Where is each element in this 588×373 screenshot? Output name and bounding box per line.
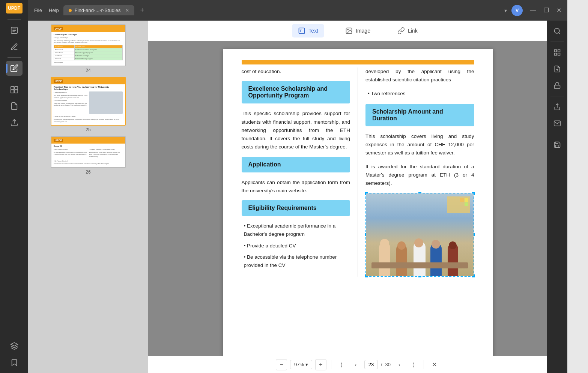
svg-rect-4 — [11, 87, 14, 90]
thumb-header-25: UPDF — [51, 78, 125, 84]
right-extract-icon-btn[interactable] — [549, 61, 565, 76]
doc-two-col: cost of education. Excellence Scholarshi… — [242, 67, 474, 277]
thumb-tip-career: • Work on your Academic Career — [54, 115, 123, 118]
sidebar-item-bookmark[interactable] — [6, 355, 23, 370]
zoom-plus-btn[interactable]: + — [315, 359, 326, 370]
application-heading: Application — [242, 157, 350, 172]
doc-col-left: cost of education. Excellence Scholarshi… — [242, 67, 358, 277]
sidebar-item-edit[interactable] — [6, 61, 23, 76]
zoom-minus-btn[interactable]: − — [276, 359, 287, 370]
nav-prev-btn[interactable]: ‹ — [350, 359, 361, 370]
svg-marker-9 — [11, 343, 17, 346]
svg-point-13 — [347, 29, 349, 30]
active-indicator — [6, 64, 8, 73]
thumb-logo-25: UPDF — [54, 79, 63, 83]
thumbnail-page-24[interactable]: UPDF University of Chicago Chicago Schol… — [32, 24, 144, 73]
thumb-header-24: UPDF — [51, 25, 125, 32]
active-tab[interactable]: Find-and-...-r-Studies ✕ — [63, 5, 134, 15]
win-maximize-btn[interactable]: ❐ — [544, 7, 549, 14]
thumb-tip-26-2-body: An impressive cover letter or essay will… — [89, 151, 123, 158]
amount-text-1: This scholarship covers living and study… — [365, 132, 474, 157]
ref-text-2: • Two references — [365, 90, 474, 98]
thumb-img-25: UPDF Practical Tips to Help You in Apply… — [51, 77, 126, 126]
bottom-bar: − 97% ▾ + ⟨ ‹ / 30 › ⟩ ✕ — [148, 356, 567, 373]
app-logo[interactable]: UPDF — [6, 3, 23, 13]
right-email-icon-btn[interactable] — [549, 116, 565, 131]
svg-rect-18 — [558, 53, 560, 55]
svg-rect-5 — [14, 87, 17, 90]
win-close-btn[interactable]: ✕ — [556, 7, 561, 14]
right-save-icon-btn[interactable] — [549, 137, 565, 152]
bar-sep-1 — [331, 360, 331, 369]
toolbar-link-btn[interactable]: Link — [391, 24, 424, 37]
right-lock-icon-btn[interactable] — [549, 78, 565, 93]
doc-viewport[interactable]: cost of education. Excellence Scholarshi… — [148, 41, 567, 356]
zoom-display[interactable]: 97% ▾ — [290, 360, 312, 369]
win-minimize-btn[interactable]: — — [530, 7, 536, 14]
right-ocr-icon-btn[interactable] — [549, 45, 565, 60]
tab-label: Find-and-...-r-Studies — [75, 7, 121, 13]
menu-file[interactable]: File — [34, 7, 42, 13]
nav-last-btn[interactable]: ⟩ — [408, 359, 419, 370]
right-divider-3 — [550, 134, 564, 134]
sidebar-item-layers[interactable] — [6, 339, 23, 354]
eligibility-bullet-3: • Be accessible via the telephone number… — [242, 253, 350, 270]
scholarship-body: This specific scholarship provides suppo… — [242, 109, 350, 151]
thumb-tip-26-1-body: As the application competition is increa… — [54, 151, 87, 156]
right-share-icon-btn[interactable] — [549, 99, 565, 114]
close-toolbar-btn[interactable]: ✕ — [429, 359, 440, 370]
doc-col-right: developed by the applicant using the est… — [358, 67, 474, 277]
thumb-subtitle-24: Chicago Scholarships — [54, 37, 123, 39]
nav-first-btn[interactable]: ⟨ — [336, 359, 347, 370]
content-toolbar: T Text Image — [148, 21, 567, 41]
amount-heading: Scholarship Amount and Duration — [365, 104, 474, 126]
eligibility-bullet-1: • Exceptional academic performance in a … — [242, 222, 350, 239]
doc-header-bar — [242, 60, 474, 64]
thumb-pagenum-24: 24 — [86, 68, 90, 73]
image-icon — [345, 27, 353, 34]
tab-dropdown-btn[interactable]: ▾ — [504, 7, 507, 13]
sidebar-item-organize[interactable] — [6, 82, 23, 97]
sidebar-item-sign[interactable] — [6, 115, 23, 130]
doc-page: cost of education. Excellence Scholarshi… — [223, 49, 493, 356]
svg-text:T: T — [300, 29, 302, 33]
main-layout: UPDF University of Chicago Chicago Schol… — [28, 21, 567, 373]
sidebar-item-read[interactable] — [6, 23, 23, 38]
sidebar-divider-2 — [8, 57, 21, 58]
sidebar-item-annotate[interactable] — [6, 39, 23, 54]
right-search-icon-btn[interactable] — [549, 24, 565, 39]
toolbar-image-label: Image — [356, 28, 370, 34]
toolbar-text-btn[interactable]: T Text — [292, 24, 324, 37]
eligibility-bullet-2: • Provide a detailed CV — [242, 242, 350, 250]
top-menu: File Help — [34, 7, 59, 13]
svg-rect-23 — [554, 85, 560, 88]
sidebar-divider-3 — [8, 79, 21, 79]
thumb-title-24: University of Chicago — [54, 33, 123, 36]
selected-image-box[interactable] — [365, 193, 474, 277]
toolbar-image-btn[interactable]: Image — [339, 24, 376, 37]
top-right: ▾ V — ❐ ✕ — [504, 5, 561, 16]
thumbnail-page-25[interactable]: UPDF Practical Tips to Help You in Apply… — [32, 77, 144, 132]
thumb-tip-26-2: • Prepare Flawless Cover Letter/Essay — [89, 148, 123, 151]
thumb-title-25: Practical Tips to Help You in Applying f… — [54, 86, 123, 90]
sidebar-item-convert[interactable] — [6, 99, 23, 114]
tab-close-btn[interactable]: ✕ — [125, 8, 129, 13]
menu-help[interactable]: Help — [49, 7, 59, 13]
tab-add-btn[interactable]: + — [140, 6, 144, 14]
content-area: T Text Image — [148, 21, 567, 373]
thumbnail-panel: UPDF University of Chicago Chicago Schol… — [28, 21, 148, 373]
nav-next-btn[interactable]: › — [394, 359, 405, 370]
toolbar-text-label: Text — [308, 28, 318, 34]
thumb-logo-24: UPDF — [54, 27, 63, 30]
page-input[interactable] — [364, 360, 378, 369]
svg-rect-7 — [14, 90, 17, 93]
svg-rect-6 — [11, 90, 14, 93]
svg-line-15 — [558, 33, 560, 34]
thumb-content-26: Page 26 • Add Distinctiveness As the app… — [51, 144, 125, 167]
svg-rect-19 — [554, 53, 556, 55]
sidebar-divider-1 — [8, 19, 21, 20]
doc-intro-text: cost of education. — [242, 67, 350, 76]
user-avatar[interactable]: V — [511, 5, 523, 16]
eligibility-heading: Eligibility Requirements — [242, 200, 350, 216]
thumbnail-page-26[interactable]: UPDF Page 26 • Add Distinctiveness As th… — [32, 136, 144, 175]
